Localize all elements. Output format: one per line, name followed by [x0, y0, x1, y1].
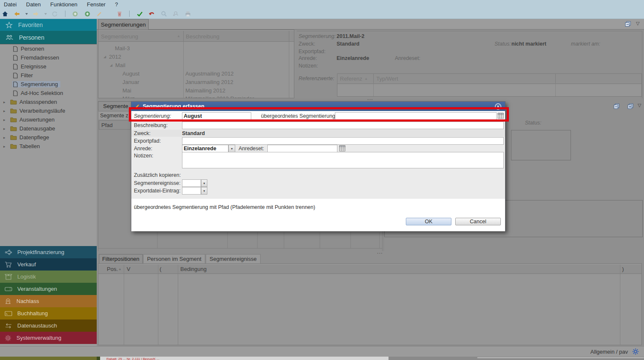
sidebar-module-datenaustausch[interactable]: Datenaustausch — [0, 319, 97, 332]
column-header-bedingung[interactable]: Bedingung — [180, 266, 207, 272]
back-history-icon[interactable] — [24, 9, 29, 19]
sidebar-item-fremdadressen[interactable]: Fremdadressen — [0, 53, 97, 62]
menu-help[interactable]: ? — [111, 0, 122, 8]
star-icon — [5, 22, 13, 29]
settings-gear-icon[interactable] — [632, 348, 639, 355]
column-header-open-paren[interactable]: ( — [160, 266, 161, 272]
sidebar-item-ereignisse[interactable]: Ereignisse — [0, 62, 97, 71]
tab-personen-im-segment[interactable]: Personen im Segment — [143, 254, 205, 263]
sidebar-item-adhoc-selektion[interactable]: Ad-Hoc Selektion — [0, 89, 97, 97]
sidebar: Favoriten Personen Personen Fremdadresse… — [0, 19, 97, 346]
sidebar-section-personen[interactable]: Personen — [0, 31, 97, 44]
column-header-referenz[interactable]: Referenz — [340, 76, 362, 82]
tab-segmentierungen[interactable]: Segmentierungen — [98, 19, 149, 30]
exportdatei-dropdown-icon[interactable]: ▾ — [201, 187, 207, 195]
notizen-textarea[interactable] — [182, 152, 504, 168]
menu-daten[interactable]: Daten — [22, 0, 45, 8]
panel-menu-icon[interactable]: ▽ — [638, 103, 641, 108]
column-header-typ-wert[interactable]: Typ/Wert — [376, 76, 398, 82]
apply-icon[interactable] — [135, 9, 145, 19]
chevron-right-icon[interactable]: ▸ — [3, 135, 8, 140]
sidebar-item-personen[interactable]: Personen — [0, 44, 97, 53]
sidebar-item-verarbeitungslaeufe[interactable]: ▸Verarbeitungsläufe — [0, 106, 97, 115]
collapse-panel-icon[interactable] — [625, 21, 631, 27]
tab-segmentereignisse[interactable]: Segmentereignisse — [206, 254, 261, 263]
column-header-segmentierung[interactable]: Segmentierung — [101, 33, 138, 40]
sidebar-module-veranstaltungen[interactable]: Veranstaltungen — [0, 283, 97, 295]
sidebar-module-systemverwaltung[interactable]: Systemverwaltung — [0, 332, 97, 344]
segmentereignisse-dropdown-icon[interactable]: ▾ — [201, 179, 207, 187]
chevron-right-icon[interactable]: ▸ — [3, 127, 8, 131]
exportpfad-input[interactable] — [182, 137, 504, 145]
sidebar-module-verkauf[interactable]: Verkauf — [0, 258, 97, 271]
column-header-pfad[interactable]: Pfad — [99, 120, 131, 130]
search-icon[interactable] — [159, 9, 169, 19]
add-icon[interactable] — [70, 9, 80, 19]
expand-panel-icon[interactable] — [628, 103, 634, 109]
home-icon[interactable] — [0, 9, 10, 19]
details-label: markiert am: — [571, 41, 600, 47]
tree-row[interactable]: März — [122, 95, 135, 98]
undo-icon[interactable] — [147, 9, 157, 19]
field-label: Exportdatei-Eintrag: — [134, 188, 180, 194]
field-label: Anrede: — [134, 146, 152, 152]
splitter-handle[interactable]: ··· — [377, 251, 383, 256]
document-icon — [13, 55, 18, 61]
sidebar-item-tabellen[interactable]: ▸Tabellen — [0, 142, 97, 151]
panel-menu-icon[interactable]: ▽ — [636, 21, 639, 26]
tree-row[interactable]: Mail-3 — [115, 45, 130, 51]
add-copy-icon[interactable] — [82, 9, 92, 19]
collapse-panel-icon[interactable] — [614, 103, 620, 109]
search-advanced-icon[interactable] — [171, 9, 181, 19]
exportdatei-select[interactable] — [182, 187, 201, 195]
tree-row[interactable]: 2012 — [109, 54, 121, 60]
sidebar-item-filter[interactable]: Filter — [0, 71, 97, 80]
sidebar-module-nachlass[interactable]: Nachlass — [0, 295, 97, 307]
menu-fenster[interactable]: Fenster — [83, 0, 109, 8]
forward-icon[interactable] — [31, 9, 41, 19]
sidebar-item-segmentierung[interactable]: Segmentierung — [0, 80, 97, 89]
tree-expander-icon[interactable]: ◢ — [110, 63, 112, 67]
column-header-close-paren[interactable]: ) — [622, 266, 624, 272]
chevron-right-icon[interactable]: ▸ — [3, 118, 8, 122]
table-picker-icon[interactable] — [339, 145, 345, 152]
chevron-right-icon[interactable]: ▸ — [3, 100, 8, 104]
sidebar-item-anlassspenden[interactable]: ▸Anlassspenden — [0, 97, 97, 106]
sidebar-module-buchhaltung[interactable]: Buchhaltung — [0, 307, 97, 319]
back-icon[interactable] — [12, 9, 22, 19]
anredeset-input[interactable] — [267, 145, 337, 152]
tree-row[interactable]: Mai — [122, 87, 131, 94]
tree-row[interactable]: Januar — [122, 79, 139, 85]
cancel-button[interactable]: Cancel — [455, 218, 501, 225]
menu-funktionen[interactable]: Funktionen — [46, 0, 81, 8]
tree-expander-icon[interactable]: ◢ — [103, 55, 106, 59]
sidebar-module-logistik[interactable]: Logistik — [0, 271, 97, 283]
edit-icon[interactable] — [94, 9, 104, 19]
ok-button[interactable]: OK — [406, 218, 451, 225]
sidebar-item-datenpflege[interactable]: ▸Datenpflege — [0, 133, 97, 142]
anrede-dropdown-icon[interactable]: ▾ — [228, 145, 235, 152]
sidebar-item-datenausgabe[interactable]: ▸Datenausgabe — [0, 124, 97, 133]
print-icon[interactable] — [183, 9, 193, 19]
sidebar-section-favoriten[interactable]: Favoriten — [0, 19, 97, 31]
column-header-pos[interactable]: Pos. — [107, 266, 118, 272]
column-header-beschreibung[interactable]: Beschreibung — [186, 33, 220, 40]
tab-segmente[interactable]: Segmente — [98, 101, 133, 111]
menu-datei[interactable]: Datei — [0, 0, 20, 8]
status-bar: Allgemein / pav — [0, 346, 644, 357]
chevron-right-icon[interactable]: ▸ — [3, 144, 8, 149]
forward-history-icon[interactable] — [43, 9, 48, 19]
folder-icon — [10, 117, 17, 122]
anrede-select[interactable]: Einzelanrede — [182, 145, 228, 152]
sidebar-item-auswertungen[interactable]: ▸Auswertungen — [0, 115, 97, 124]
tab-filterpositionen[interactable]: Filterpositionen — [99, 254, 143, 263]
tree-row[interactable]: August — [122, 70, 139, 77]
sidebar-module-projektfinanzierung[interactable]: Projektfinanzierung — [0, 246, 97, 258]
beschreibung-input[interactable] — [182, 122, 504, 129]
segmentereignisse-select[interactable] — [182, 179, 201, 187]
refresh-icon[interactable] — [50, 9, 60, 19]
column-header-v[interactable]: V — [127, 266, 130, 272]
chevron-right-icon[interactable]: ▸ — [3, 109, 8, 113]
tree-row[interactable]: Mail — [115, 62, 125, 68]
delete-icon[interactable] — [114, 9, 125, 19]
